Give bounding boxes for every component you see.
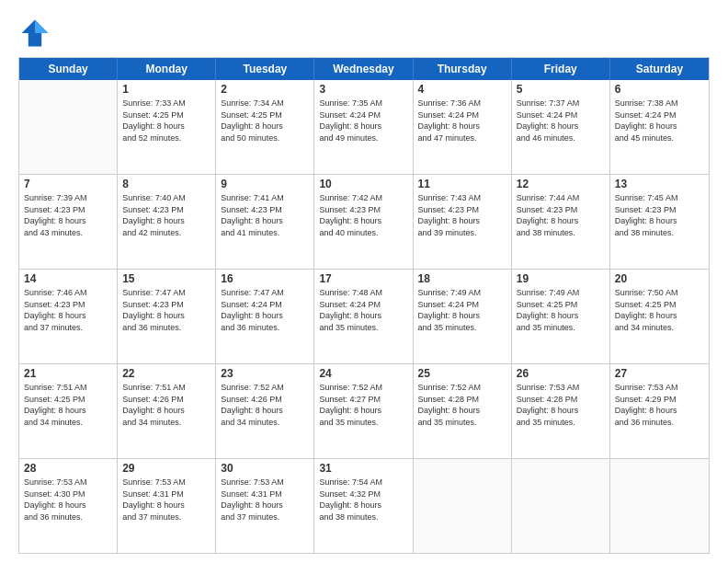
cell-info-line: and 47 minutes. [418,132,506,144]
calendar-cell-empty-4-5 [512,459,610,553]
cell-info-line: Sunrise: 7:53 AM [517,382,605,394]
cell-info-line: Sunrise: 7:41 AM [221,192,309,204]
cell-info-line: and 38 minutes. [615,227,704,239]
cell-info-line: and 34 minutes. [122,417,210,429]
cell-info-line: and 35 minutes. [517,322,605,334]
cell-info-line: Daylight: 8 hours [517,310,605,322]
day-number: 21 [24,367,112,380]
cell-info-line: Daylight: 8 hours [517,121,605,132]
cell-info-line: Sunset: 4:27 PM [319,394,407,406]
cell-info-line: Sunrise: 7:42 AM [319,192,407,204]
calendar-cell-3: 3Sunrise: 7:35 AMSunset: 4:24 PMDaylight… [314,80,413,174]
cell-info-line: Sunset: 4:29 PM [615,394,704,406]
calendar-header-tuesday: Tuesday [216,58,314,80]
calendar-header-thursday: Thursday [414,58,512,80]
cell-info-line: Daylight: 8 hours [615,121,704,132]
calendar-cell-18: 18Sunrise: 7:49 AMSunset: 4:24 PMDayligh… [414,270,512,363]
day-number: 26 [517,367,605,380]
cell-info-line: and 45 minutes. [615,132,704,144]
cell-info-line: Daylight: 8 hours [122,500,210,511]
cell-info-line: Sunset: 4:24 PM [615,109,704,121]
cell-info-line: Daylight: 8 hours [221,405,309,417]
day-number: 18 [418,272,506,285]
day-number: 5 [517,83,605,96]
calendar-header-friday: Friday [512,58,610,80]
cell-info-line: Sunset: 4:32 PM [319,488,407,500]
svg-marker-1 [35,20,48,33]
cell-info-line: Sunset: 4:25 PM [221,109,309,121]
calendar-cell-17: 17Sunrise: 7:48 AMSunset: 4:24 PMDayligh… [314,270,413,363]
cell-info-line: Daylight: 8 hours [221,215,309,227]
cell-info-line: Sunset: 4:31 PM [122,488,210,500]
page: SundayMondayTuesdayWednesdayThursdayFrid… [0,0,728,563]
cell-info-line: Sunset: 4:23 PM [122,299,210,311]
calendar-cell-2: 2Sunrise: 7:34 AMSunset: 4:25 PMDaylight… [216,80,314,174]
calendar-cell-8: 8Sunrise: 7:40 AMSunset: 4:23 PMDaylight… [118,175,216,269]
cell-info-line: Daylight: 8 hours [221,500,309,511]
cell-info-line: Daylight: 8 hours [122,310,210,322]
cell-info-line: and 38 minutes. [517,227,605,239]
cell-info-line: Sunset: 4:24 PM [221,299,309,311]
cell-info-line: Daylight: 8 hours [24,405,112,417]
cell-info-line: and 34 minutes. [221,417,309,429]
cell-info-line: Daylight: 8 hours [418,310,506,322]
cell-info-line: Sunrise: 7:52 AM [418,382,506,394]
day-number: 12 [517,178,605,190]
cell-info-line: Sunrise: 7:44 AM [517,192,605,204]
calendar-body: 1Sunrise: 7:33 AMSunset: 4:25 PMDaylight… [19,80,709,553]
calendar-week-3: 14Sunrise: 7:46 AMSunset: 4:23 PMDayligh… [19,270,709,364]
cell-info-line: Sunset: 4:24 PM [418,299,506,311]
cell-info-line: and 34 minutes. [24,417,112,429]
day-number: 29 [122,462,210,475]
cell-info-line: and 37 minutes. [24,322,112,334]
cell-info-line: Daylight: 8 hours [418,405,506,417]
day-number: 14 [24,272,112,285]
cell-info-line: and 37 minutes. [221,511,309,523]
cell-info-line: Daylight: 8 hours [24,500,112,511]
header [18,17,710,50]
cell-info-line: Sunrise: 7:35 AM [319,98,407,109]
calendar-cell-31: 31Sunrise: 7:54 AMSunset: 4:32 PMDayligh… [314,459,413,553]
cell-info-line: Daylight: 8 hours [122,121,210,132]
cell-info-line: Sunrise: 7:46 AM [24,287,112,299]
day-number: 30 [221,462,309,475]
cell-info-line: Sunrise: 7:36 AM [418,98,506,109]
cell-info-line: and 35 minutes. [418,417,506,429]
logo [18,17,55,50]
cell-info-line: Daylight: 8 hours [517,405,605,417]
calendar-cell-10: 10Sunrise: 7:42 AMSunset: 4:23 PMDayligh… [314,175,413,269]
cell-info-line: Daylight: 8 hours [615,405,704,417]
calendar-cell-empty-4-6 [610,459,709,553]
cell-info-line: Daylight: 8 hours [615,310,704,322]
cell-info-line: Sunset: 4:23 PM [319,204,407,216]
cell-info-line: and 50 minutes. [221,132,309,144]
day-number: 1 [122,83,210,96]
cell-info-line: Daylight: 8 hours [319,215,407,227]
cell-info-line: Daylight: 8 hours [122,215,210,227]
cell-info-line: Sunset: 4:31 PM [221,488,309,500]
calendar-header-row: SundayMondayTuesdayWednesdayThursdayFrid… [19,58,709,80]
cell-info-line: and 52 minutes. [122,132,210,144]
cell-info-line: Sunset: 4:26 PM [221,394,309,406]
calendar: SundayMondayTuesdayWednesdayThursdayFrid… [18,57,710,554]
cell-info-line: Sunrise: 7:47 AM [221,287,309,299]
day-number: 28 [24,462,112,475]
day-number: 6 [615,83,704,96]
calendar-week-5: 28Sunrise: 7:53 AMSunset: 4:30 PMDayligh… [19,459,709,553]
calendar-cell-13: 13Sunrise: 7:45 AMSunset: 4:23 PMDayligh… [610,175,709,269]
day-number: 16 [221,272,309,285]
cell-info-line: Daylight: 8 hours [122,405,210,417]
calendar-cell-28: 28Sunrise: 7:53 AMSunset: 4:30 PMDayligh… [19,459,118,553]
calendar-cell-23: 23Sunrise: 7:52 AMSunset: 4:26 PMDayligh… [216,364,314,458]
cell-info-line: Daylight: 8 hours [615,215,704,227]
calendar-cell-empty-4-4 [414,459,512,553]
day-number: 13 [615,178,704,190]
cell-info-line: and 38 minutes. [319,511,407,523]
calendar-cell-15: 15Sunrise: 7:47 AMSunset: 4:23 PMDayligh… [118,270,216,363]
cell-info-line: Daylight: 8 hours [24,215,112,227]
cell-info-line: Sunset: 4:23 PM [517,204,605,216]
cell-info-line: Sunrise: 7:52 AM [221,382,309,394]
cell-info-line: Sunset: 4:23 PM [418,204,506,216]
cell-info-line: Daylight: 8 hours [319,121,407,132]
calendar-header-monday: Monday [118,58,216,80]
